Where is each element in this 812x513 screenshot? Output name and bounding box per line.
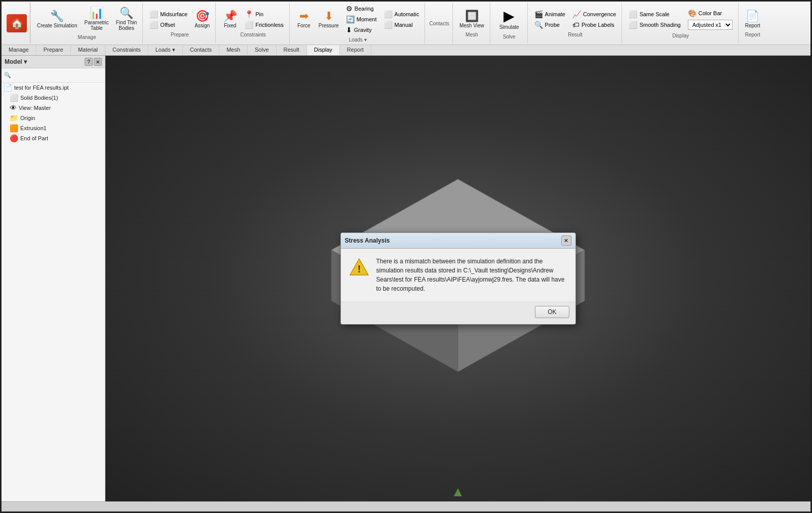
create-simulation-button[interactable]: 🔧 Create Simulation (34, 9, 80, 30)
sidebar-search: 🔍 (2, 68, 105, 83)
smooth-shading-icon: ⬜ (629, 21, 637, 29)
report-label: Report (745, 23, 760, 28)
frictionless-label: Frictionless (255, 22, 284, 28)
sidebar-controls: ? ✕ (85, 58, 102, 66)
sidebar-help-button[interactable]: ? (85, 58, 93, 66)
tree-item-viewmaster[interactable]: 👁 View: Master (2, 103, 105, 113)
mesh-group-label: Mesh (466, 32, 478, 37)
tab-display[interactable]: Display (307, 45, 340, 55)
extrusion1-icon: 🟧 (10, 124, 18, 132)
offset-label: Offset (160, 22, 175, 28)
dialog-close-button[interactable]: ✕ (561, 235, 571, 246)
manual-icon: ⬜ (384, 21, 393, 29)
manual-label: Manual (395, 22, 413, 28)
adjusted-dropdown[interactable]: Adjusted x1 (685, 19, 735, 31)
pressure-label: Pressure (319, 23, 339, 28)
midsurface-icon: ⬜ (149, 10, 158, 18)
tab-manage[interactable]: Manage (2, 45, 36, 55)
sidebar-close-button[interactable]: ✕ (94, 58, 102, 66)
animate-icon: 🎬 (534, 10, 543, 18)
main-content: Model ▾ ? ✕ 🔍 📄 test for FEA results.ipt… (2, 56, 810, 501)
tab-loads[interactable]: Loads ▾ (148, 45, 183, 55)
viewport[interactable]: Stress Analysis ✕ ! There is a mismatch … (105, 56, 810, 501)
automatic-button[interactable]: ⬜ Automatic (381, 9, 422, 19)
probe-button[interactable]: 🔍 Probe (532, 20, 568, 30)
tree-item-extrusion1[interactable]: 🟧 Extrusion1 (2, 123, 105, 133)
tab-constraints[interactable]: Constraints (105, 45, 148, 55)
sidebar-title: Model ▾ (5, 58, 27, 65)
thin-bodies-icon: 🔍 (120, 8, 133, 19)
report-button[interactable]: 📄 Report (743, 9, 763, 30)
gravity-icon: ⬇ (346, 26, 352, 34)
tab-result[interactable]: Result (277, 45, 307, 55)
ribbon-group-contacts: Contacts (426, 3, 452, 44)
report-icon: 📄 (746, 11, 759, 22)
dialog-titlebar: Stress Analysis ✕ (341, 233, 575, 249)
tree-item-origin[interactable]: 📁 Origin (2, 113, 105, 123)
moment-button[interactable]: 🔄 Moment (343, 14, 379, 24)
tab-mesh[interactable]: Mesh (219, 45, 248, 55)
same-scale-button[interactable]: ⬜ Same Scale (626, 9, 683, 19)
ribbon: 🏠 🔧 Create Simulation 📊 ParametricTable … (2, 2, 810, 56)
pin-label: Pin (255, 11, 263, 17)
find-thin-bodies-button[interactable]: 🔍 Find ThinBodies (113, 6, 140, 32)
convergence-button[interactable]: 📈 Convergence (570, 9, 618, 19)
tab-prepare[interactable]: Prepare (36, 45, 71, 55)
simulate-button[interactable]: ▶ Simulate (494, 7, 524, 32)
offset-button[interactable]: ⬜ Offset (147, 20, 190, 30)
probe-labels-icon: 🏷 (572, 21, 579, 29)
report-group-label: Report (745, 32, 760, 37)
tree-item-file[interactable]: 📄 test for FEA results.ipt (2, 83, 105, 93)
tab-contacts[interactable]: Contacts (183, 45, 219, 55)
animate-button[interactable]: 🎬 Animate (532, 9, 568, 19)
mesh-view-button[interactable]: 🔲 Mesh View (457, 9, 487, 30)
ribbon-tools: 🏠 🔧 Create Simulation 📊 ParametricTable … (2, 2, 810, 45)
probe-labels-button[interactable]: 🏷 Probe Labels (570, 20, 618, 30)
pin-button[interactable]: 📍 Pin (242, 9, 286, 19)
force-button[interactable]: ➡ Force (294, 9, 314, 30)
probe-labels-label: Probe Labels (582, 22, 614, 28)
tree-item-solidbodies[interactable]: ⬜ Solid Bodies(1) (2, 93, 105, 103)
solve-group-label: Solve (503, 34, 516, 40)
assign-icon: 🎯 (196, 11, 209, 22)
manage-group-label: Manage (78, 34, 96, 40)
moment-label: Moment (357, 16, 377, 22)
adjusted-select[interactable]: Adjusted x1 (688, 20, 732, 30)
manual-button[interactable]: ⬜ Manual (381, 20, 422, 30)
midsurface-button[interactable]: ⬜ Midsurface (147, 9, 190, 19)
fixed-label: Fixed (224, 23, 236, 28)
tab-material[interactable]: Material (71, 45, 105, 55)
ribbon-group-display: ⬜ Same Scale ⬜ Smooth Shading 🎨 Color Ba… (623, 3, 738, 44)
sidebar-header: Model ▾ ? ✕ (2, 56, 105, 68)
constraints-group-label: Constraints (240, 32, 266, 37)
smooth-shading-button[interactable]: ⬜ Smooth Shading (626, 20, 683, 30)
bearing-label: Bearing (355, 6, 374, 12)
contacts-group-label: Contacts (429, 21, 449, 26)
tree-item-endofpart[interactable]: 🔴 End of Part (2, 133, 105, 143)
dialog-message: There is a mismatch between the simulati… (376, 257, 567, 293)
display-group-label: Display (672, 33, 689, 38)
pressure-button[interactable]: ⬇ Pressure (316, 9, 341, 30)
origin-label: Origin (20, 115, 35, 121)
color-bar-button[interactable]: 🎨 Color Bar (685, 8, 735, 18)
home-button[interactable]: 🏠 (7, 14, 27, 32)
force-label: Force (297, 23, 311, 28)
probe-label: Probe (545, 22, 560, 28)
fixed-button[interactable]: 📌 Fixed (220, 9, 240, 30)
convergence-icon: 📈 (572, 10, 581, 18)
dialog-ok-button[interactable]: OK (535, 306, 569, 318)
same-scale-icon: ⬜ (629, 10, 637, 18)
ribbon-group-solve: ▶ Simulate Solve (491, 3, 528, 44)
tab-solve[interactable]: Solve (248, 45, 277, 55)
frictionless-icon: ⬜ (245, 21, 253, 29)
parametric-table-button[interactable]: 📊 ParametricTable (82, 6, 111, 32)
dialog-footer: OK (341, 301, 575, 324)
frictionless-button[interactable]: ⬜ Frictionless (242, 20, 286, 30)
moment-icon: 🔄 (346, 15, 355, 23)
gravity-button[interactable]: ⬇ Gravity (343, 25, 379, 35)
bearing-icon: ⚙ (346, 5, 353, 13)
viewmaster-label: View: Master (19, 105, 51, 111)
bearing-button[interactable]: ⚙ Bearing (343, 4, 379, 14)
tab-report[interactable]: Report (340, 45, 371, 55)
assign-button[interactable]: 🎯 Assign (192, 9, 212, 30)
